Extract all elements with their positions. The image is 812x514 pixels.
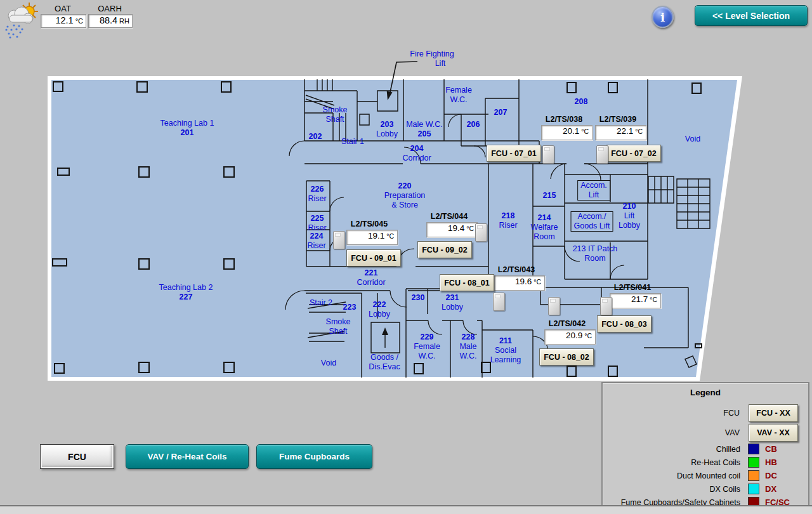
room-label-line: Shaft bbox=[323, 115, 348, 124]
room-label-line: 226 bbox=[308, 185, 326, 194]
legend-swatch-row: DX CoilsDX bbox=[603, 482, 808, 496]
room-label-line: Learning bbox=[490, 355, 521, 365]
room-label-line: W.C. bbox=[414, 352, 440, 361]
room-label-line: Social bbox=[490, 346, 521, 355]
room-label-line: Stair 1 bbox=[341, 137, 364, 147]
oarh-value: 88.4 bbox=[100, 15, 117, 25]
legend-button-row: VAVVAV - XX bbox=[603, 423, 808, 442]
column-marker bbox=[136, 81, 148, 93]
room-label-line: Void bbox=[321, 359, 336, 368]
toolbar-button-fume-cupboards[interactable]: Fume Cupboards bbox=[256, 444, 372, 469]
room-label: 222Lobby bbox=[369, 300, 390, 319]
room-label-line: Lobby bbox=[369, 310, 390, 319]
oat-field: 12.1 °C bbox=[41, 14, 86, 28]
fcu-unit-icon bbox=[333, 231, 345, 249]
legend-code: HB bbox=[765, 458, 798, 467]
temp-sensor-unit: °C bbox=[386, 232, 394, 240]
room-label-line: Lift bbox=[619, 211, 640, 221]
column-marker bbox=[223, 166, 235, 178]
temp-sensor-value-field: 19.6°C bbox=[494, 275, 545, 291]
room-label-line: Corridor bbox=[402, 154, 431, 163]
room-label: 221Corridor bbox=[357, 268, 385, 287]
column-marker bbox=[138, 362, 150, 373]
fcu-button[interactable]: FCU - 08_01 bbox=[440, 274, 494, 291]
legend-color-swatch bbox=[748, 484, 759, 494]
room-label: 211SocialLearning bbox=[490, 336, 521, 365]
room-label-line: Male W.C. bbox=[406, 120, 443, 129]
temp-sensor-id: L2/TS/039 bbox=[583, 115, 653, 124]
toolbar-button-vav-re-heat-coils[interactable]: VAV / Re-Heat Coils bbox=[126, 444, 249, 469]
temp-sensor-id: L2/TS/044 bbox=[414, 212, 484, 221]
level-selection-button[interactable]: << Level Selection bbox=[695, 5, 808, 26]
room-label-line: 208 bbox=[575, 97, 588, 107]
room-label: 220Preparation& Store bbox=[384, 181, 426, 210]
room-label: Void bbox=[685, 135, 700, 144]
fcu-unit-icon bbox=[493, 293, 505, 311]
room-label-line: Male bbox=[459, 342, 476, 352]
room-label: Male W.C.205 bbox=[406, 120, 443, 139]
column-marker bbox=[223, 258, 235, 270]
room-label: Teaching Lab 2227 bbox=[159, 283, 213, 302]
fcu-unit-icon bbox=[542, 145, 554, 164]
legend-title: Legend bbox=[603, 383, 808, 403]
fcu-button[interactable]: FCU - 07_02 bbox=[606, 145, 661, 162]
legend-label: VAV bbox=[603, 428, 749, 437]
room-label-line: 211 bbox=[490, 336, 521, 346]
fcu-button[interactable]: FCU - 09_01 bbox=[346, 249, 401, 267]
fcu-unit-icon bbox=[600, 297, 612, 315]
fcu-unit-icon bbox=[548, 297, 560, 315]
room-label: 225Riser bbox=[308, 214, 326, 233]
room-label: 208 bbox=[575, 97, 588, 107]
temp-sensor-value-field: 21.7°C bbox=[610, 293, 661, 308]
room-label-line: Teaching Lab 2 bbox=[159, 283, 213, 293]
room-label: 210LiftLobby bbox=[619, 202, 640, 230]
column-marker bbox=[608, 366, 618, 377]
column-marker bbox=[57, 168, 70, 176]
fcu-button[interactable]: FCU - 08_03 bbox=[597, 315, 652, 333]
room-label-line: Lobby bbox=[619, 221, 640, 230]
room-label-line: Female bbox=[445, 86, 472, 95]
room-label-line: Riser bbox=[499, 221, 517, 230]
fcu-button[interactable]: FCU - 09_02 bbox=[417, 241, 472, 258]
room-label-line: Goods Lift bbox=[574, 221, 610, 231]
oat-unit: °C bbox=[75, 17, 83, 25]
room-label: 218Riser bbox=[499, 211, 517, 230]
bms-level2-page: { "header": { "oat_label": "OAT", "oat_v… bbox=[0, 0, 812, 514]
temp-sensor-value-field: 22.1°C bbox=[595, 125, 646, 140]
info-icon[interactable]: i bbox=[652, 6, 674, 28]
column-marker bbox=[52, 258, 67, 267]
temp-sensor-value-field: 20.9°C bbox=[544, 329, 596, 345]
room-label-line: Corridor bbox=[357, 278, 385, 287]
legend-label: FCU bbox=[603, 409, 749, 418]
legend-rows: FCUFCU - XXVAVVAV - XXChilledCBRe-Heat C… bbox=[603, 403, 808, 509]
room-label: 226Riser bbox=[308, 185, 326, 204]
toolbar-button-fcu[interactable]: FCU bbox=[40, 444, 114, 469]
room-label-line: Accom./ bbox=[574, 212, 610, 221]
lift-label-box: Accom./Goods Lift bbox=[571, 211, 613, 232]
temp-sensor-id: L2/TS/045 bbox=[334, 220, 404, 228]
room-label-line: 207 bbox=[494, 108, 508, 117]
room-label-line: 222 bbox=[369, 300, 390, 310]
legend-swatch-row: Re-Heat CoilsHB bbox=[603, 456, 808, 469]
legend-button-row: FCUFCU - XX bbox=[603, 403, 808, 423]
room-label-line: 204 bbox=[402, 144, 431, 154]
temp-sensor-unit: °C bbox=[650, 296, 657, 303]
room-label-line: Smoke bbox=[326, 317, 351, 327]
room-label-line: W.C. bbox=[445, 95, 472, 105]
room-label-line: Female bbox=[414, 342, 440, 352]
legend-sample-button: FCU - XX bbox=[749, 404, 798, 422]
legend-swatch-row: Duct Mounted coilDC bbox=[603, 469, 808, 482]
room-label-line: 218 bbox=[499, 211, 517, 221]
room-label-line: 213 IT Patch bbox=[573, 244, 618, 254]
room-label: 229FemaleW.C. bbox=[414, 333, 440, 361]
fcu-button[interactable]: FCU - 07_01 bbox=[487, 145, 541, 162]
room-label: FemaleW.C. bbox=[445, 86, 472, 105]
room-label: 223 bbox=[343, 303, 357, 312]
room-label-line: 227 bbox=[159, 293, 213, 302]
legend-label: Re-Heat Coils bbox=[603, 458, 748, 467]
room-label: 214WelfareRoom bbox=[531, 213, 558, 242]
legend-code: DC bbox=[765, 471, 798, 480]
fcu-button[interactable]: FCU - 08_02 bbox=[539, 348, 594, 366]
fire-lift-note-line2: Lift bbox=[435, 59, 446, 69]
room-label: Stair 2 bbox=[310, 298, 332, 308]
